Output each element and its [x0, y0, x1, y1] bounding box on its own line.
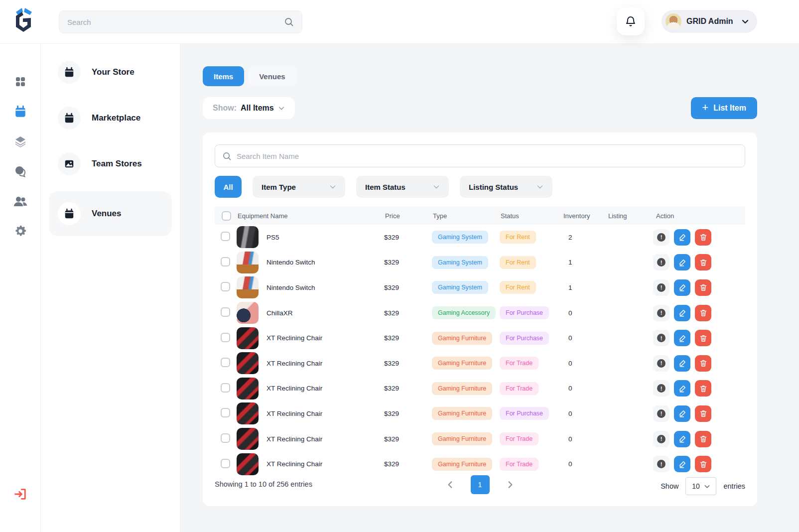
- store-icon[interactable]: [13, 105, 27, 119]
- sidebar-item-marketplace[interactable]: Marketplace: [49, 100, 172, 136]
- page-1-button[interactable]: 1: [471, 475, 490, 494]
- row-checkbox[interactable]: [221, 433, 230, 443]
- exclamation-icon: !: [657, 384, 666, 393]
- delete-button[interactable]: [695, 305, 711, 321]
- messages-icon[interactable]: [13, 164, 27, 178]
- item-search-input[interactable]: [237, 152, 738, 160]
- delete-button[interactable]: [695, 330, 711, 346]
- trash-icon: [699, 435, 707, 443]
- trash-icon: [699, 460, 707, 468]
- row-checkbox[interactable]: [221, 257, 230, 266]
- info-button[interactable]: !: [653, 330, 669, 346]
- delete-button[interactable]: [695, 456, 711, 472]
- row-checkbox[interactable]: [221, 232, 230, 241]
- item-thumbnail: [237, 378, 259, 399]
- page-size-select[interactable]: 10: [685, 477, 716, 495]
- exclamation-icon: !: [657, 435, 666, 443]
- row-checkbox[interactable]: [221, 307, 230, 317]
- edit-button[interactable]: [674, 330, 690, 346]
- col-listing: Listing: [607, 212, 650, 220]
- edit-button[interactable]: [674, 380, 690, 397]
- edit-button[interactable]: [674, 279, 690, 296]
- notifications-button[interactable]: [617, 7, 645, 35]
- row-checkbox[interactable]: [221, 383, 230, 393]
- exclamation-icon: !: [657, 460, 666, 468]
- layers-icon[interactable]: [13, 134, 27, 148]
- info-button[interactable]: !: [653, 229, 669, 246]
- pagination: 1: [444, 475, 517, 494]
- type-badge: Gaming System: [432, 256, 488, 269]
- delete-button[interactable]: [695, 254, 711, 270]
- users-icon[interactable]: [13, 194, 27, 208]
- info-button[interactable]: !: [653, 305, 669, 321]
- sidebar-item-label: Venues: [92, 209, 122, 219]
- col-price: Price: [384, 212, 432, 220]
- edit-button[interactable]: [674, 431, 690, 447]
- edit-button[interactable]: [674, 355, 690, 372]
- tab-venues[interactable]: Venues: [248, 66, 296, 86]
- sidebar-item-your-store[interactable]: Your Store: [49, 54, 172, 91]
- exclamation-icon: !: [657, 258, 666, 266]
- tab-items[interactable]: Items: [203, 66, 244, 86]
- item-price: $329: [384, 334, 432, 342]
- item-thumbnail: [237, 352, 259, 374]
- grid-logo-icon: [12, 7, 35, 35]
- table-row: PS5 $329 Gaming System For Rent 2 !: [215, 225, 745, 250]
- filter-all-button[interactable]: All: [215, 176, 242, 198]
- prev-page-button[interactable]: [444, 478, 457, 491]
- row-checkbox[interactable]: [221, 358, 230, 367]
- info-button[interactable]: !: [653, 279, 669, 296]
- info-button[interactable]: !: [653, 355, 669, 372]
- plus-icon: +: [702, 102, 708, 113]
- show-filter-value: All Items: [241, 104, 274, 113]
- filter-item-status[interactable]: Item Status: [356, 176, 449, 198]
- select-all-checkbox[interactable]: [222, 211, 231, 221]
- table-row: ChillaXR $329 Gaming Accessory For Purch…: [215, 300, 745, 326]
- show-filter-dropdown[interactable]: Show: All Items: [203, 97, 295, 119]
- delete-button[interactable]: [695, 405, 711, 422]
- sidebar-item-team-stores[interactable]: Team Stores: [49, 145, 172, 182]
- edit-button[interactable]: [674, 254, 690, 270]
- edit-button[interactable]: [674, 405, 690, 422]
- items-panel: All Item Type Item Status Listing Status…: [203, 133, 757, 506]
- info-button[interactable]: !: [653, 431, 669, 447]
- type-badge: Gaming Furniture: [432, 407, 492, 420]
- trash-icon: [699, 359, 707, 367]
- col-status: Status: [500, 212, 562, 220]
- row-checkbox[interactable]: [221, 333, 230, 342]
- list-item-button[interactable]: + List Item: [691, 97, 757, 119]
- delete-button[interactable]: [695, 431, 711, 447]
- dashboard-icon[interactable]: [13, 75, 27, 89]
- filter-item-type[interactable]: Item Type: [253, 176, 345, 198]
- edit-button[interactable]: [674, 456, 690, 472]
- row-checkbox[interactable]: [221, 459, 230, 468]
- sidebar-item-venues[interactable]: Venues: [49, 191, 172, 236]
- row-checkbox[interactable]: [221, 282, 230, 291]
- delete-button[interactable]: [695, 380, 711, 397]
- trash-icon: [699, 334, 707, 342]
- info-button[interactable]: !: [653, 254, 669, 270]
- info-button[interactable]: !: [653, 380, 669, 397]
- type-badge: Gaming Accessory: [432, 306, 496, 319]
- exclamation-icon: !: [657, 309, 666, 317]
- delete-button[interactable]: [695, 279, 711, 296]
- delete-button[interactable]: [695, 229, 711, 246]
- settings-icon[interactable]: [13, 224, 27, 238]
- info-button[interactable]: !: [653, 456, 669, 472]
- filter-listing-status[interactable]: Listing Status: [460, 176, 552, 198]
- next-page-button[interactable]: [504, 478, 517, 491]
- info-button[interactable]: !: [653, 405, 669, 422]
- exclamation-icon: !: [657, 359, 666, 368]
- pencil-icon: [678, 435, 686, 443]
- row-checkbox[interactable]: [221, 408, 230, 417]
- item-name: PS5: [266, 234, 279, 241]
- user-menu[interactable]: GRID Admin: [662, 10, 757, 33]
- logout-icon[interactable]: [13, 487, 27, 501]
- global-search-input[interactable]: [67, 18, 279, 26]
- pencil-icon: [678, 409, 686, 417]
- edit-button[interactable]: [674, 229, 690, 246]
- image-icon: [58, 152, 81, 175]
- edit-button[interactable]: [674, 305, 690, 321]
- delete-button[interactable]: [695, 355, 711, 372]
- item-price: $329: [384, 309, 432, 317]
